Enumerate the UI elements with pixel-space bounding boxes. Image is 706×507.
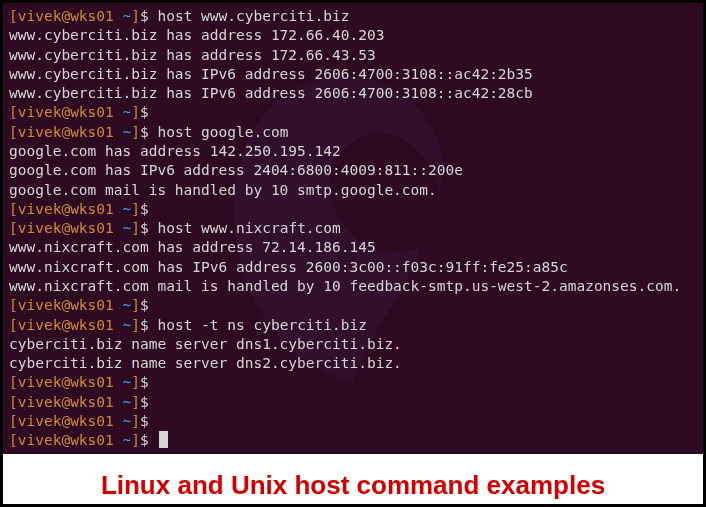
prompt-user: vivek [18,297,62,313]
output-line: www.nixcraft.com mail is handled by 10 f… [9,277,697,296]
bracket-open: [ [9,317,18,333]
prompt-line: [vivek@wks01 ~]$ [9,373,697,392]
prompt-dollar: $ [140,104,157,120]
prompt-dollar: $ [140,432,157,448]
prompt-line: [vivek@wks01 ~]$ [9,393,697,412]
output-line: www.cyberciti.biz has address 172.66.43.… [9,46,697,65]
bracket-close: ] [131,432,140,448]
prompt-host: wks01 [70,124,114,140]
output-line: www.cyberciti.biz has IPv6 address 2606:… [9,84,697,103]
prompt-host: wks01 [70,297,114,313]
prompt-user: vivek [18,8,62,24]
prompt-user: vivek [18,394,62,410]
prompt-path: ~ [114,124,131,140]
prompt-path: ~ [114,374,131,390]
prompt-dollar: $ [140,413,157,429]
bracket-open: [ [9,104,18,120]
output-line: google.com has address 142.250.195.142 [9,142,697,161]
command-text: host www.nixcraft.com [157,220,340,236]
prompt-user: vivek [18,374,62,390]
prompt-dollar: $ [140,394,157,410]
prompt-host: wks01 [70,104,114,120]
bracket-close: ] [131,124,140,140]
prompt-user: vivek [18,220,62,236]
bracket-open: [ [9,394,18,410]
output-text: cyberciti.biz name server dns2.cyberciti… [9,355,402,371]
prompt-user: vivek [18,201,62,217]
prompt-path: ~ [114,201,131,217]
bracket-close: ] [131,317,140,333]
bracket-close: ] [131,220,140,236]
prompt-at: @ [61,317,70,333]
prompt-line: [vivek@wks01 ~]$ [9,103,697,122]
prompt-at: @ [61,297,70,313]
bracket-close: ] [131,104,140,120]
prompt-at: @ [61,8,70,24]
output-line: www.cyberciti.biz has address 172.66.40.… [9,26,697,45]
prompt-host: wks01 [70,201,114,217]
prompt-at: @ [61,432,70,448]
terminal-window[interactable]: [vivek@wks01 ~]$ host www.cyberciti.bizw… [3,3,703,454]
output-text: www.cyberciti.biz has address 172.66.43.… [9,47,376,63]
output-line: google.com mail is handled by 10 smtp.go… [9,181,697,200]
prompt-at: @ [61,394,70,410]
prompt-user: vivek [18,413,62,429]
command-text: host www.cyberciti.biz [157,8,349,24]
prompt-path: ~ [114,432,131,448]
output-text: www.cyberciti.biz has IPv6 address 2606:… [9,85,533,101]
prompt-line: [vivek@wks01 ~]$ host google.com [9,123,697,142]
prompt-path: ~ [114,413,131,429]
output-text: www.nixcraft.com has address 72.14.186.1… [9,239,376,255]
prompt-host: wks01 [70,413,114,429]
prompt-at: @ [61,220,70,236]
bracket-open: [ [9,220,18,236]
prompt-line: [vivek@wks01 ~]$ [9,431,697,450]
output-line: cyberciti.biz name server dns2.cyberciti… [9,354,697,373]
bracket-open: [ [9,124,18,140]
bracket-open: [ [9,374,18,390]
prompt-dollar: $ [140,124,157,140]
prompt-user: vivek [18,124,62,140]
prompt-at: @ [61,413,70,429]
bracket-close: ] [131,413,140,429]
prompt-dollar: $ [140,8,157,24]
output-text: www.nixcraft.com mail is handled by 10 f… [9,278,681,294]
output-line: google.com has IPv6 address 2404:6800:40… [9,161,697,180]
prompt-host: wks01 [70,8,114,24]
prompt-user: vivek [18,317,62,333]
prompt-dollar: $ [140,201,157,217]
prompt-host: wks01 [70,374,114,390]
prompt-host: wks01 [70,220,114,236]
output-text: google.com mail is handled by 10 smtp.go… [9,182,437,198]
prompt-user: vivek [18,104,62,120]
prompt-line: [vivek@wks01 ~]$ [9,200,697,219]
prompt-path: ~ [114,297,131,313]
bracket-close: ] [131,374,140,390]
prompt-line: [vivek@wks01 ~]$ [9,412,697,431]
output-text: google.com has address 142.250.195.142 [9,143,341,159]
bracket-close: ] [131,297,140,313]
prompt-line: [vivek@wks01 ~]$ host www.cyberciti.biz [9,7,697,26]
prompt-dollar: $ [140,297,157,313]
command-text: host -t ns cyberciti.biz [157,317,367,333]
bracket-open: [ [9,8,18,24]
bracket-close: ] [131,394,140,410]
output-text: cyberciti.biz name server dns1.cyberciti… [9,336,402,352]
prompt-path: ~ [114,220,131,236]
prompt-at: @ [61,104,70,120]
output-text: google.com has IPv6 address 2404:6800:40… [9,162,463,178]
prompt-path: ~ [114,394,131,410]
output-text: www.nixcraft.com has IPv6 address 2600:3… [9,259,568,275]
prompt-line: [vivek@wks01 ~]$ host -t ns cyberciti.bi… [9,316,697,335]
prompt-line: [vivek@wks01 ~]$ [9,296,697,315]
bracket-open: [ [9,297,18,313]
prompt-path: ~ [114,104,131,120]
prompt-user: vivek [18,432,62,448]
prompt-host: wks01 [70,317,114,333]
output-line: cyberciti.biz name server dns1.cyberciti… [9,335,697,354]
output-line: www.nixcraft.com has address 72.14.186.1… [9,238,697,257]
cursor-icon [159,431,168,448]
output-text: www.cyberciti.biz has address 172.66.40.… [9,27,384,43]
bracket-open: [ [9,201,18,217]
output-line: www.cyberciti.biz has IPv6 address 2606:… [9,65,697,84]
